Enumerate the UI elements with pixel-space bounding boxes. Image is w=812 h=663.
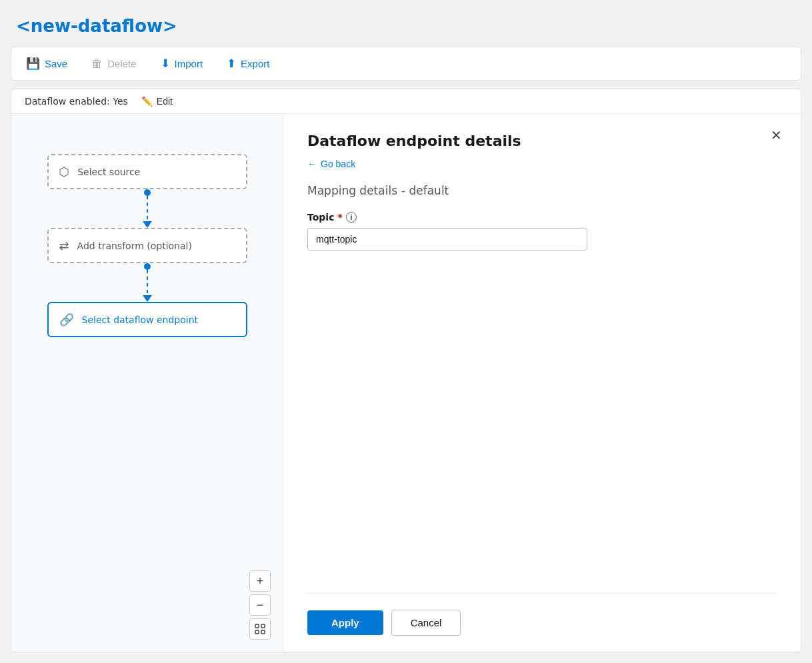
status-bar: Dataflow enabled: Yes ✏️ Edit bbox=[11, 89, 801, 114]
zoom-fit-button[interactable] bbox=[249, 618, 271, 640]
edit-button[interactable]: ✏️ Edit bbox=[141, 96, 173, 107]
panel-title: Dataflow endpoint details bbox=[307, 133, 777, 149]
edit-icon: ✏️ bbox=[141, 96, 153, 107]
toolbar: 💾 Save 🗑 Delete ⬇ Import ⬆ Export bbox=[11, 47, 801, 81]
content-split: ⬡ Select source ⇄ Add transform (optiona… bbox=[11, 114, 801, 652]
add-transform-node[interactable]: ⇄ Add transform (optional) bbox=[47, 228, 247, 263]
svg-rect-1 bbox=[261, 624, 265, 628]
page-title: <new-dataflow> bbox=[11, 11, 801, 39]
connector-dot-2 bbox=[144, 263, 151, 270]
delete-button[interactable]: 🗑 Delete bbox=[90, 55, 137, 73]
export-icon: ⬆ bbox=[227, 57, 236, 71]
svg-rect-0 bbox=[255, 624, 259, 628]
zoom-controls: + − bbox=[249, 570, 271, 640]
back-arrow-icon: ← bbox=[307, 159, 317, 169]
close-button[interactable]: ✕ bbox=[771, 129, 782, 142]
connector-dot-1 bbox=[144, 189, 151, 196]
transform-node-icon: ⇄ bbox=[59, 239, 69, 253]
import-button[interactable]: ⬇ Import bbox=[159, 54, 205, 73]
select-endpoint-node[interactable]: 🔗 Select dataflow endpoint bbox=[47, 302, 247, 337]
save-icon: 💾 bbox=[26, 57, 40, 71]
connector-2 bbox=[143, 263, 152, 302]
connector-1 bbox=[143, 189, 152, 228]
svg-rect-3 bbox=[261, 630, 265, 634]
cancel-button[interactable]: Cancel bbox=[391, 610, 461, 636]
svg-rect-2 bbox=[255, 630, 259, 634]
main-area: Dataflow enabled: Yes ✏️ Edit ⬡ Select s… bbox=[11, 89, 801, 652]
topic-input[interactable] bbox=[307, 228, 587, 251]
export-button[interactable]: ⬆ Export bbox=[225, 54, 271, 73]
required-star: * bbox=[337, 212, 342, 223]
connector-line-1 bbox=[147, 196, 148, 223]
delete-icon: 🗑 bbox=[91, 57, 103, 71]
topic-field-label: Topic * i bbox=[307, 212, 777, 223]
save-button[interactable]: 💾 Save bbox=[25, 54, 69, 73]
dataflow-status-text: Dataflow enabled: Yes bbox=[25, 96, 128, 107]
import-icon: ⬇ bbox=[161, 57, 170, 71]
info-icon[interactable]: i bbox=[346, 212, 357, 223]
panel-footer: Apply Cancel bbox=[307, 593, 777, 636]
source-node-icon: ⬡ bbox=[59, 165, 70, 179]
mapping-title: Mapping details - default bbox=[307, 184, 777, 197]
select-source-node[interactable]: ⬡ Select source bbox=[47, 154, 247, 189]
zoom-in-button[interactable]: + bbox=[249, 570, 271, 592]
go-back-button[interactable]: ← Go back bbox=[307, 159, 777, 169]
details-panel: ✕ Dataflow endpoint details ← Go back Ma… bbox=[283, 114, 801, 652]
zoom-out-button[interactable]: − bbox=[249, 594, 271, 616]
fit-screen-icon bbox=[255, 624, 265, 634]
connector-line-2 bbox=[147, 270, 148, 297]
apply-button[interactable]: Apply bbox=[307, 610, 383, 635]
endpoint-node-icon: 🔗 bbox=[59, 313, 74, 327]
canvas-panel: ⬡ Select source ⇄ Add transform (optiona… bbox=[11, 114, 283, 652]
